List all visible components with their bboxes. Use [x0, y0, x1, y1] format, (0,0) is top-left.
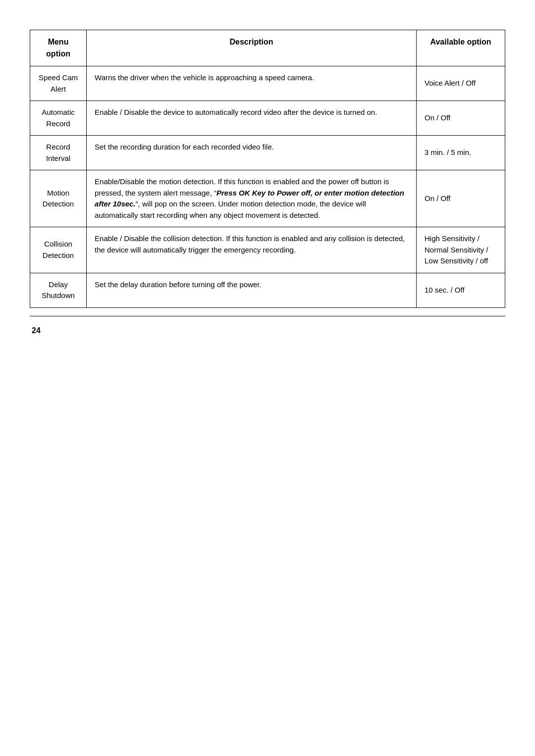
footer-divider: [30, 316, 505, 316]
table-row: Automatic RecordEnable / Disable the dev…: [30, 101, 505, 136]
cell-description: Enable/Disable the motion detection. If …: [87, 170, 417, 227]
cell-available-option: On / Off: [417, 170, 505, 227]
cell-menu-option: Collision Detection: [30, 227, 87, 273]
page-number: 24: [30, 326, 505, 335]
table-row: Collision DetectionEnable / Disable the …: [30, 227, 505, 273]
cell-description: Set the delay duration before turning of…: [87, 273, 417, 307]
cell-available-option: Voice Alert / Off: [417, 66, 505, 101]
table-wrapper: Menu option Description Available option…: [30, 30, 505, 308]
cell-available-option: 10 sec. / Off: [417, 273, 505, 307]
cell-menu-option: Automatic Record: [30, 101, 87, 136]
menu-table: Menu option Description Available option…: [30, 30, 505, 308]
cell-description: Set the recording duration for each reco…: [87, 136, 417, 170]
description-text-after: ”, will pop on the screen. Under motion …: [95, 200, 366, 219]
header-available-option: Available option: [417, 30, 505, 66]
cell-available-option: High Sensitivity / Normal Sensitivity / …: [417, 227, 505, 273]
table-row: Motion DetectionEnable/Disable the motio…: [30, 170, 505, 227]
header-description: Description: [87, 30, 417, 66]
table-row: Delay ShutdownSet the delay duration bef…: [30, 273, 505, 307]
cell-menu-option: Motion Detection: [30, 170, 87, 227]
cell-menu-option: Delay Shutdown: [30, 273, 87, 307]
cell-menu-option: Record Interval: [30, 136, 87, 170]
cell-available-option: On / Off: [417, 101, 505, 136]
header-menu-option: Menu option: [30, 30, 87, 66]
cell-description: Enable / Disable the device to automatic…: [87, 101, 417, 136]
table-row: Record IntervalSet the recording duratio…: [30, 136, 505, 170]
cell-description: Enable / Disable the collision detection…: [87, 227, 417, 273]
cell-description: Warns the driver when the vehicle is app…: [87, 66, 417, 101]
cell-available-option: 3 min. / 5 min.: [417, 136, 505, 170]
cell-menu-option: Speed Cam Alert: [30, 66, 87, 101]
table-row: Speed Cam AlertWarns the driver when the…: [30, 66, 505, 101]
